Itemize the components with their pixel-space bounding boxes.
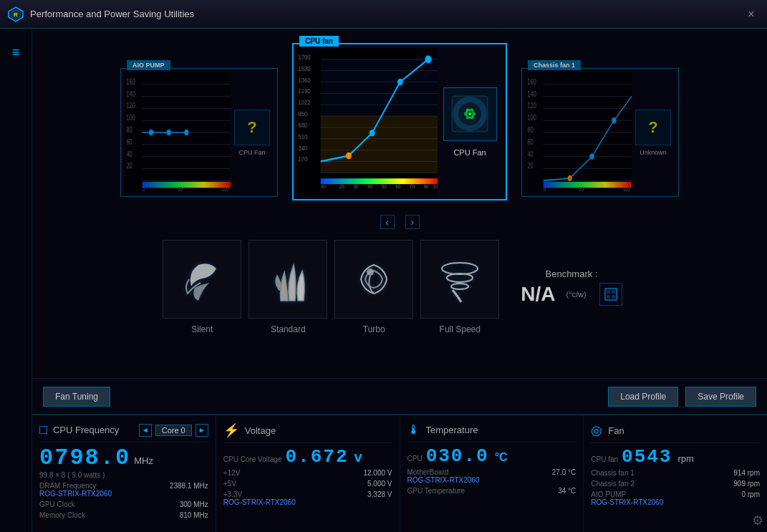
fan-card-cpu-inner: 1700 1530 1360 1190 1022 850 680 510 340… (297, 48, 502, 195)
fan-mode-icon-fullspeed (420, 240, 499, 319)
fan-mode-fullspeed[interactable]: Full Speed (420, 240, 499, 334)
app-logo: R (7, 6, 24, 23)
fan-card-aio-pump[interactable]: AIO PUMP 160 140 120 100 80 60 4 (120, 68, 278, 197)
fan-header: ◎ Fan (591, 422, 760, 443)
temp-big-label: CPU (407, 455, 423, 463)
cpu-freq-header: □ CPU Frequency ◄ Core 0 ► (39, 422, 208, 442)
fan-icon-area-cpu: CPU Fan (438, 48, 502, 195)
cpu-freq-nav-next[interactable]: ► (196, 424, 208, 437)
svg-text:0: 0 (143, 185, 145, 193)
fan-mode-standard[interactable]: Standard (249, 240, 327, 334)
svg-text:1530: 1530 (298, 64, 311, 72)
dram-freq-value: 2388.1 MHz (170, 482, 208, 490)
svg-text:90: 90 (423, 183, 428, 190)
fan-card-cpu[interactable]: CPU fan 1700 1530 1360 1190 1022 850 (292, 43, 507, 200)
carousel-next-btn[interactable]: › (405, 215, 420, 229)
svg-text:1022: 1022 (298, 99, 311, 107)
fan-cards-container: AIO PUMP 160 140 120 100 80 60 4 (47, 43, 753, 200)
gpu-temp-row: GPU Temperature 34 °C (407, 487, 577, 495)
fan-mode-silent[interactable]: Silent (163, 240, 241, 334)
cpu-freq-big-value: 0798.0 (39, 447, 130, 470)
svg-point-21 (149, 130, 153, 135)
svg-text:120: 120 (527, 102, 536, 110)
svg-text:120: 120 (126, 102, 135, 110)
svg-text:140: 140 (126, 90, 135, 97)
sidebar: ≡ (0, 29, 32, 532)
svg-text:0: 0 (544, 185, 546, 193)
v5-row: +5V 5.000 V (223, 480, 392, 488)
svg-text:50: 50 (178, 185, 183, 193)
v5-label: +5V (223, 480, 236, 488)
gpu-clock-row: GPU Clock 300 MHz (39, 500, 208, 508)
settings-icon[interactable]: ⚙ (752, 513, 763, 528)
gpu-clock-label: GPU Clock (39, 500, 74, 508)
save-profile-button[interactable]: Save Profile (685, 387, 756, 407)
fan-mode-turbo[interactable]: Turbo (334, 240, 413, 334)
svg-text:40: 40 (367, 183, 372, 190)
svg-text:60: 60 (395, 183, 400, 190)
svg-rect-95 (544, 182, 632, 188)
svg-text:680: 680 (298, 121, 307, 129)
svg-point-94 (612, 117, 616, 123)
v3-row: +3.3V 3.328 V (223, 490, 392, 498)
chassis1-fan-label: Chassis fan 1 (591, 469, 635, 477)
fan-name-label-chassis1: Unknown (640, 149, 667, 156)
svg-text:80: 80 (126, 126, 132, 134)
carousel-prev-btn[interactable]: ‹ (380, 215, 395, 229)
cpu-freq-gpu-link[interactable]: ROG-STRIX-RTX2060 (39, 490, 208, 498)
svg-text:20: 20 (527, 162, 533, 170)
svg-point-54 (425, 55, 431, 63)
fan-tuning-button[interactable]: Fan Tuning (43, 387, 110, 407)
fan-card-chassis1[interactable]: Chassis fan 1 160 140 120 100 80 60 40 (521, 68, 679, 197)
benchmark-panel: Benchmark : N/A (°c/w) (506, 261, 636, 313)
svg-text:140: 140 (527, 90, 536, 97)
fan-card-aio-pump-inner: 160 140 120 100 80 60 40 20 (125, 72, 274, 193)
fan-status-icon: ◎ (591, 422, 602, 438)
fan-name-label-aio: CPU Fan (238, 149, 265, 156)
svg-point-22 (167, 130, 171, 135)
fan-mode-label-standard: Standard (271, 324, 306, 334)
main-container: ≡ AIO PUMP 160 140 120 (0, 29, 767, 532)
aio-pump-fan-label: AIO PUMP (591, 490, 626, 498)
mem-clock-value: 810 MHz (180, 511, 208, 519)
close-button[interactable]: × (743, 6, 760, 23)
status-panel-temperature: 🌡 Temperature CPU 030.0 °C MotherBoard 2… (400, 415, 584, 532)
svg-text:170: 170 (298, 155, 307, 163)
temperature-value-row: CPU 030.0 °C (407, 447, 577, 465)
temp-big-unit: °C (495, 451, 508, 464)
voltage-gpu-link[interactable]: ROG-STRIX-RTX2060 (223, 498, 392, 506)
status-panel-fan: ◎ Fan CPU fan 0543 rpm Chassis fan 1 914… (584, 415, 767, 532)
fan-gpu-link[interactable]: ROG-STRIX-RTX2060 (591, 498, 760, 506)
cpu-freq-icon: □ (39, 422, 47, 437)
benchmark-row: N/A (°c/w) (521, 283, 622, 306)
svg-rect-24 (143, 182, 231, 188)
sidebar-menu-icon[interactable]: ≡ (6, 39, 26, 66)
cpu-freq-nav-label: Core 0 (155, 425, 192, 436)
cpu-freq-dram-row: DRAM Frequency 2388.1 MHz (39, 482, 208, 490)
svg-text:60: 60 (527, 138, 533, 146)
window-title: Performance and Power Saving Utilities (30, 9, 194, 19)
fan-card-aio-pump-title: AIO PUMP (127, 60, 170, 70)
fan-card-chassis1-inner: 160 140 120 100 80 60 40 20 (526, 72, 675, 193)
fan-big-value: 0543 (622, 448, 672, 466)
svg-text:100: 100 (126, 114, 135, 122)
svg-text:20: 20 (339, 183, 344, 190)
temp-gpu-link[interactable]: ROG-STRIX-RTX2060 (407, 476, 577, 484)
fan-big-label: CPU fan (591, 455, 618, 463)
svg-point-74 (468, 112, 471, 115)
svg-text:80: 80 (527, 126, 533, 134)
fan-title: Fan (608, 425, 624, 436)
aio-pump-fan-row: AIO PUMP 0 rpm (591, 490, 760, 498)
fan-control-area: AIO PUMP 160 140 120 100 80 60 4 (32, 29, 767, 378)
benchmark-button[interactable] (599, 283, 622, 306)
v12-row: +12V 12.000 V (223, 469, 392, 477)
fan-graph-aio: 160 140 120 100 80 60 40 20 (125, 72, 231, 193)
svg-text:20: 20 (126, 162, 132, 170)
cpu-freq-nav-prev[interactable]: ◄ (139, 424, 152, 437)
v3-value: 3.328 V (367, 490, 392, 498)
load-profile-button[interactable]: Load Profile (608, 387, 678, 407)
title-bar: R Performance and Power Saving Utilities… (0, 0, 767, 29)
fan-mode-icon-standard (249, 240, 327, 319)
chassis2-fan-label: Chassis fan 2 (591, 480, 635, 488)
temp-big-value: 030.0 (426, 447, 489, 465)
